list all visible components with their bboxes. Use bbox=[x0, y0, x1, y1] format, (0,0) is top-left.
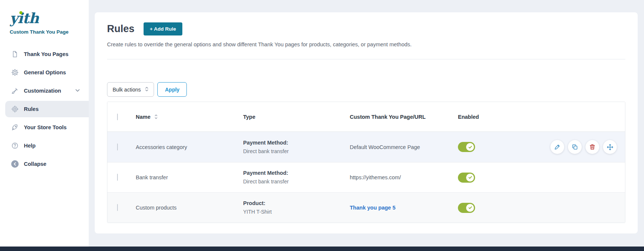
toggle-check-icon bbox=[466, 174, 474, 182]
add-rule-button[interactable]: + Add Rule bbox=[144, 22, 182, 35]
rule-type-label: Payment Method: bbox=[243, 139, 345, 147]
paintbrush-icon bbox=[11, 87, 19, 95]
sidebar-item-label: Thank You Pages bbox=[24, 51, 69, 57]
delete-button[interactable] bbox=[585, 140, 599, 154]
sidebar-item-label: General Options bbox=[24, 69, 66, 75]
sidebar-item-your-store-tools[interactable]: Your Store Tools bbox=[0, 119, 89, 136]
rocket-icon bbox=[11, 123, 19, 131]
sidebar-nav: Thank You Pages General Options Customiz… bbox=[0, 46, 89, 172]
move-button[interactable] bbox=[603, 140, 617, 154]
sidebar-item-label: Rules bbox=[24, 106, 39, 112]
rule-type-value: Direct bank transfer bbox=[243, 178, 345, 185]
logo-text: yith bbox=[10, 11, 39, 25]
sidebar-item-help[interactable]: Help bbox=[0, 137, 89, 154]
rule-page: https://yithemes.com/ bbox=[345, 174, 453, 180]
column-header-type: Type bbox=[238, 114, 345, 120]
cog-icon bbox=[11, 105, 19, 113]
main-panel: Rules + Add Rule Create rules to overrid… bbox=[95, 12, 638, 233]
sidebar-item-rules[interactable]: Rules bbox=[5, 101, 89, 117]
apply-button[interactable]: Apply bbox=[157, 82, 187, 97]
plugin-name: Custom Thank You Page bbox=[10, 29, 89, 35]
rule-name: Accessories category bbox=[131, 144, 238, 150]
rules-table: Name Type Custom Thank You Page/URL Enab… bbox=[107, 102, 625, 223]
rule-name: Custom products bbox=[131, 205, 238, 211]
page-icon bbox=[11, 50, 19, 58]
sidebar-collapse-label: Collapse bbox=[24, 161, 46, 167]
bulk-actions-label: Bulk actions bbox=[113, 87, 141, 93]
header-divider bbox=[107, 59, 625, 59]
collapse-icon bbox=[11, 160, 19, 168]
bulk-actions-toolbar: Bulk actions Apply bbox=[107, 82, 625, 97]
row-checkbox[interactable] bbox=[117, 174, 118, 181]
toggle-check-icon bbox=[466, 143, 474, 151]
page-description: Create rules to override the general opt… bbox=[107, 41, 625, 47]
rule-name: Bank transfer bbox=[131, 174, 238, 180]
sidebar-item-label: Help bbox=[24, 143, 35, 149]
column-header-name[interactable]: Name bbox=[136, 114, 151, 120]
column-header-page: Custom Thank You Page/URL bbox=[345, 114, 453, 120]
rule-type-label: Product: bbox=[243, 199, 345, 207]
row-actions bbox=[501, 140, 625, 154]
sidebar-item-customization[interactable]: Customization bbox=[0, 83, 89, 99]
yith-logo: yith bbox=[0, 0, 89, 25]
sidebar-item-thank-you-pages[interactable]: Thank You Pages bbox=[0, 46, 89, 62]
table-row: Custom products Product: YITH T-Shirt Th… bbox=[107, 192, 625, 223]
gear-icon bbox=[11, 68, 19, 77]
bottom-bar bbox=[0, 247, 644, 251]
enabled-toggle[interactable] bbox=[458, 142, 475, 152]
enabled-toggle[interactable] bbox=[458, 173, 475, 183]
sidebar-collapse-button[interactable]: Collapse bbox=[0, 156, 89, 172]
row-checkbox[interactable] bbox=[117, 143, 118, 151]
bulk-actions-select[interactable]: Bulk actions bbox=[107, 82, 154, 97]
sort-icon[interactable] bbox=[154, 114, 158, 120]
sidebar-item-label: Customization bbox=[24, 88, 61, 94]
select-all-checkbox[interactable] bbox=[117, 114, 118, 120]
page-title: Rules bbox=[107, 23, 135, 35]
help-icon bbox=[11, 142, 19, 150]
toggle-check-icon bbox=[466, 204, 474, 212]
row-checkbox[interactable] bbox=[117, 204, 118, 211]
rule-page-link[interactable]: Thank you page 5 bbox=[350, 205, 395, 211]
duplicate-button[interactable] bbox=[568, 140, 582, 154]
table-row: Bank transfer Payment Method: Direct ban… bbox=[107, 162, 625, 192]
edit-button[interactable] bbox=[550, 140, 564, 154]
sidebar-item-general-options[interactable]: General Options bbox=[0, 64, 89, 81]
column-header-enabled: Enabled bbox=[453, 114, 501, 120]
panel-header: Rules + Add Rule Create rules to overrid… bbox=[95, 12, 638, 59]
enabled-toggle[interactable] bbox=[458, 203, 475, 213]
table-header-row: Name Type Custom Thank You Page/URL Enab… bbox=[107, 102, 625, 132]
table-row: Accessories category Payment Method: Dir… bbox=[107, 132, 625, 162]
rule-page: Default WooCommerce Page bbox=[345, 144, 453, 150]
select-arrows-icon bbox=[144, 86, 149, 93]
sidebar-item-label: Your Store Tools bbox=[24, 124, 67, 130]
rule-type-value: YITH T-Shirt bbox=[243, 208, 345, 216]
sidebar: yith Custom Thank You Page Thank You Pag… bbox=[0, 0, 89, 247]
chevron-down-icon[interactable] bbox=[75, 87, 81, 94]
rule-type-value: Direct bank transfer bbox=[243, 148, 345, 155]
rule-type-label: Payment Method: bbox=[243, 169, 345, 177]
logo-dot bbox=[19, 11, 22, 14]
